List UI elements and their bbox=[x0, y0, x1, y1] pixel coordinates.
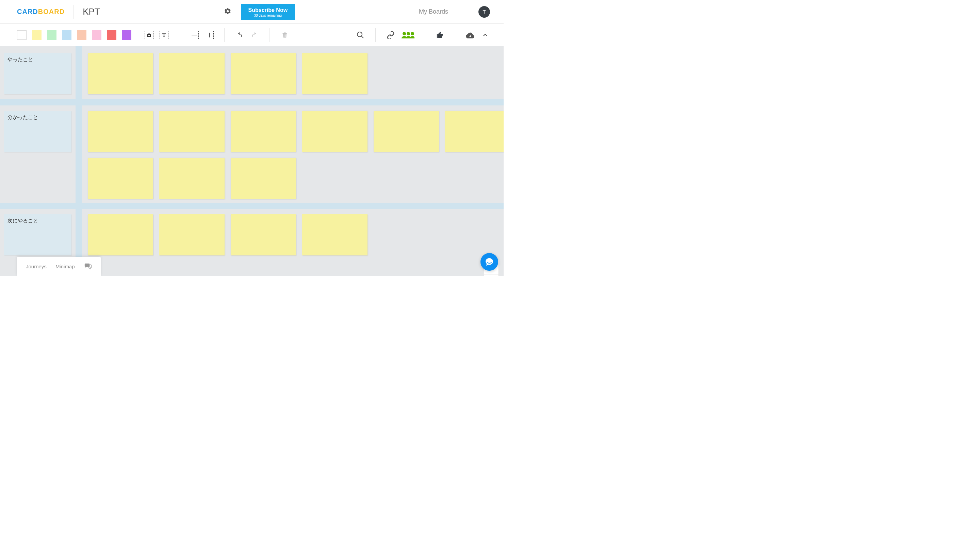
header: CARDBOARD KPT Subscribe Now 30 days rema… bbox=[0, 0, 504, 24]
row-divider bbox=[0, 99, 504, 105]
divider bbox=[269, 28, 270, 42]
svg-point-3 bbox=[357, 32, 362, 37]
svg-point-2 bbox=[148, 35, 150, 36]
board-title[interactable]: KPT bbox=[83, 6, 100, 17]
svg-point-4 bbox=[402, 32, 406, 35]
card[interactable] bbox=[88, 111, 153, 152]
journeys-tab[interactable]: Journeys bbox=[26, 263, 47, 270]
color-swatch-7[interactable] bbox=[122, 30, 131, 40]
chevron-up-icon[interactable] bbox=[480, 30, 490, 40]
row-header[interactable]: やったこと bbox=[4, 53, 72, 94]
card[interactable] bbox=[231, 214, 296, 255]
card[interactable] bbox=[374, 111, 439, 152]
color-swatch-2[interactable] bbox=[47, 30, 56, 40]
download-icon[interactable] bbox=[466, 30, 475, 40]
column-divider bbox=[76, 46, 82, 276]
subscribe-sub: 30 days remaining bbox=[248, 14, 288, 17]
row-header[interactable]: 次にやること bbox=[4, 214, 72, 255]
color-swatch-1[interactable] bbox=[32, 30, 41, 40]
logo-part1: CARD bbox=[17, 8, 38, 15]
card[interactable] bbox=[302, 111, 368, 152]
svg-point-6 bbox=[411, 32, 414, 35]
image-tool-icon[interactable] bbox=[144, 30, 154, 40]
divider bbox=[224, 28, 224, 42]
row-divider bbox=[0, 203, 504, 209]
minimap-tab[interactable]: Minimap bbox=[56, 263, 75, 270]
subscribe-title: Subscribe Now bbox=[248, 7, 288, 13]
collaborators-icon[interactable] bbox=[401, 30, 414, 40]
divider bbox=[455, 28, 455, 42]
row-label: やったこと bbox=[8, 57, 33, 62]
gear-icon[interactable] bbox=[224, 8, 231, 16]
row-header[interactable]: 分かったこと bbox=[4, 111, 72, 152]
subscribe-button[interactable]: Subscribe Now 30 days remaining bbox=[241, 4, 295, 20]
card[interactable] bbox=[159, 53, 224, 94]
card[interactable] bbox=[231, 53, 296, 94]
swatch-container bbox=[17, 30, 131, 40]
card[interactable] bbox=[231, 111, 296, 152]
link-icon[interactable] bbox=[386, 30, 395, 40]
color-swatch-4[interactable] bbox=[77, 30, 86, 40]
card[interactable] bbox=[159, 158, 224, 199]
divider bbox=[179, 28, 179, 42]
search-icon[interactable] bbox=[356, 30, 365, 40]
zoom-out-button[interactable]: − bbox=[484, 274, 498, 276]
logo-part2: BOARD bbox=[38, 8, 65, 15]
avatar[interactable]: T bbox=[479, 6, 490, 18]
bottom-panel: Journeys Minimap bbox=[17, 257, 101, 276]
color-swatch-6[interactable] bbox=[107, 30, 116, 40]
card[interactable] bbox=[159, 111, 224, 152]
comments-icon[interactable] bbox=[84, 262, 92, 271]
vr-tool-icon[interactable] bbox=[205, 30, 214, 40]
undo-icon[interactable] bbox=[235, 30, 244, 40]
svg-rect-1 bbox=[148, 33, 150, 34]
card[interactable] bbox=[231, 158, 296, 199]
text-tool-icon[interactable]: T bbox=[159, 30, 169, 40]
card[interactable] bbox=[88, 53, 153, 94]
redo-icon[interactable] bbox=[250, 30, 259, 40]
card[interactable] bbox=[302, 214, 368, 255]
card[interactable] bbox=[88, 214, 153, 255]
card[interactable] bbox=[302, 53, 368, 94]
color-swatch-0[interactable] bbox=[17, 30, 27, 40]
color-swatch-5[interactable] bbox=[92, 30, 102, 40]
svg-point-5 bbox=[407, 32, 410, 35]
color-swatch-3[interactable] bbox=[62, 30, 72, 40]
card[interactable] bbox=[159, 214, 224, 255]
row-label: 分かったこと bbox=[8, 114, 38, 120]
logo[interactable]: CARDBOARD bbox=[17, 8, 65, 16]
toolbar: T bbox=[0, 24, 504, 46]
thumbs-up-icon[interactable] bbox=[435, 30, 445, 40]
my-boards-link[interactable]: My Boards bbox=[419, 8, 448, 15]
divider bbox=[457, 5, 457, 19]
card[interactable] bbox=[88, 158, 153, 199]
row-label: 次にやること bbox=[8, 218, 38, 224]
divider bbox=[73, 5, 74, 19]
divider bbox=[425, 28, 425, 42]
chat-icon[interactable] bbox=[480, 253, 498, 271]
hr-tool-icon[interactable] bbox=[189, 30, 199, 40]
card[interactable] bbox=[445, 111, 504, 152]
canvas[interactable]: やったこと 分かったこと 次にやること + − Journeys Minimap bbox=[0, 46, 504, 276]
trash-icon[interactable] bbox=[280, 30, 290, 40]
